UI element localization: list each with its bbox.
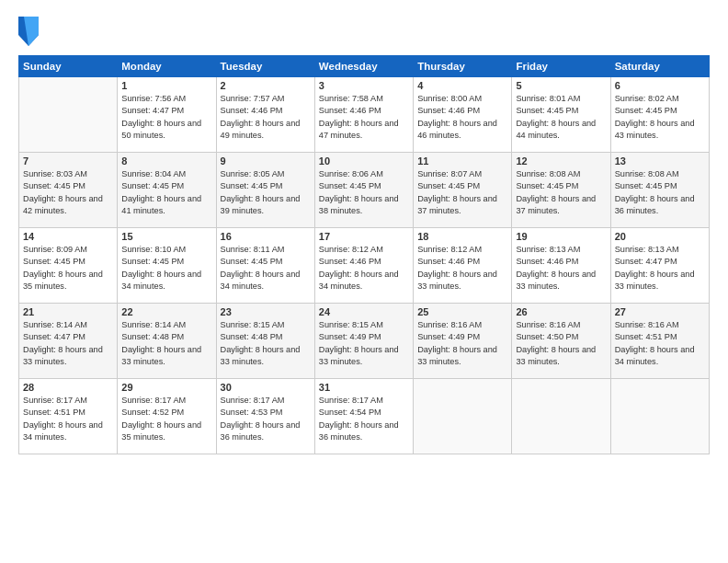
sunrise-text: Sunrise: 8:07 AM <box>417 168 507 180</box>
day-info: Sunrise: 7:57 AMSunset: 4:46 PMDaylight:… <box>221 93 311 142</box>
daylight-text: Daylight: 8 hours and 43 minutes. <box>615 118 705 143</box>
calendar-cell: 6Sunrise: 8:02 AMSunset: 4:45 PMDaylight… <box>610 77 709 153</box>
sunrise-text: Sunrise: 8:02 AM <box>615 93 705 105</box>
day-number: 4 <box>417 80 507 91</box>
sunset-text: Sunset: 4:45 PM <box>417 180 507 192</box>
weekday-header-sunday: Sunday <box>19 56 118 77</box>
daylight-text: Daylight: 8 hours and 44 minutes. <box>516 118 606 143</box>
sunset-text: Sunset: 4:49 PM <box>417 331 507 343</box>
calendar-cell: 23Sunrise: 8:15 AMSunset: 4:48 PMDayligh… <box>216 304 314 379</box>
sunset-text: Sunset: 4:52 PM <box>121 407 211 419</box>
daylight-text: Daylight: 8 hours and 37 minutes. <box>417 193 507 218</box>
calendar-cell: 26Sunrise: 8:16 AMSunset: 4:50 PMDayligh… <box>512 304 610 379</box>
day-number: 17 <box>319 231 409 242</box>
sunset-text: Sunset: 4:45 PM <box>516 105 606 117</box>
calendar-cell <box>414 379 512 454</box>
daylight-text: Daylight: 8 hours and 36 minutes. <box>319 419 409 444</box>
day-info: Sunrise: 8:14 AMSunset: 4:47 PMDaylight:… <box>23 319 113 368</box>
sunset-text: Sunset: 4:51 PM <box>23 407 113 419</box>
sunset-text: Sunset: 4:48 PM <box>221 331 311 343</box>
daylight-text: Daylight: 8 hours and 42 minutes. <box>23 193 113 218</box>
sunset-text: Sunset: 4:51 PM <box>615 331 705 343</box>
calendar-cell: 8Sunrise: 8:04 AMSunset: 4:45 PMDaylight… <box>118 153 216 228</box>
sunset-text: Sunset: 4:49 PM <box>319 331 409 343</box>
calendar-cell: 11Sunrise: 8:07 AMSunset: 4:45 PMDayligh… <box>414 153 512 228</box>
daylight-text: Daylight: 8 hours and 38 minutes. <box>319 193 409 218</box>
day-number: 6 <box>615 80 705 91</box>
day-number: 28 <box>23 382 113 393</box>
day-info: Sunrise: 8:16 AMSunset: 4:51 PMDaylight:… <box>615 319 705 368</box>
sunset-text: Sunset: 4:46 PM <box>319 105 409 117</box>
sunrise-text: Sunrise: 8:00 AM <box>417 93 507 105</box>
day-info: Sunrise: 8:16 AMSunset: 4:49 PMDaylight:… <box>417 319 507 368</box>
calendar-cell: 27Sunrise: 8:16 AMSunset: 4:51 PMDayligh… <box>610 304 709 379</box>
day-info: Sunrise: 8:05 AMSunset: 4:45 PMDaylight:… <box>221 168 311 217</box>
calendar-cell: 30Sunrise: 8:17 AMSunset: 4:53 PMDayligh… <box>216 379 314 454</box>
sunrise-text: Sunrise: 8:12 AM <box>417 244 507 256</box>
day-info: Sunrise: 7:58 AMSunset: 4:46 PMDaylight:… <box>319 93 409 142</box>
sunrise-text: Sunrise: 8:08 AM <box>615 168 705 180</box>
calendar-cell: 7Sunrise: 8:03 AMSunset: 4:45 PMDaylight… <box>19 153 118 228</box>
sunrise-text: Sunrise: 8:14 AM <box>121 319 211 331</box>
daylight-text: Daylight: 8 hours and 33 minutes. <box>319 344 409 369</box>
daylight-text: Daylight: 8 hours and 33 minutes. <box>417 269 507 293</box>
day-number: 13 <box>615 155 705 167</box>
daylight-text: Daylight: 8 hours and 33 minutes. <box>121 344 211 369</box>
sunrise-text: Sunrise: 8:12 AM <box>319 244 409 256</box>
calendar-cell: 10Sunrise: 8:06 AMSunset: 4:45 PMDayligh… <box>314 153 413 228</box>
sunrise-text: Sunrise: 8:16 AM <box>417 319 507 331</box>
sunset-text: Sunset: 4:46 PM <box>221 105 311 117</box>
sunset-text: Sunset: 4:50 PM <box>516 331 606 343</box>
calendar-cell: 19Sunrise: 8:13 AMSunset: 4:46 PMDayligh… <box>512 228 610 304</box>
sunset-text: Sunset: 4:54 PM <box>319 407 409 419</box>
sunrise-text: Sunrise: 8:13 AM <box>615 244 705 256</box>
daylight-text: Daylight: 8 hours and 34 minutes. <box>615 344 705 369</box>
day-number: 5 <box>516 80 606 91</box>
day-number: 18 <box>417 231 507 242</box>
day-number: 14 <box>23 231 113 242</box>
daylight-text: Daylight: 8 hours and 36 minutes. <box>221 419 311 444</box>
sunrise-text: Sunrise: 8:03 AM <box>23 168 113 180</box>
day-info: Sunrise: 8:13 AMSunset: 4:46 PMDaylight:… <box>516 244 606 293</box>
day-number: 22 <box>121 306 211 317</box>
daylight-text: Daylight: 8 hours and 50 minutes. <box>121 118 211 143</box>
sunset-text: Sunset: 4:46 PM <box>319 256 409 268</box>
sunrise-text: Sunrise: 8:17 AM <box>319 395 409 407</box>
sunset-text: Sunset: 4:47 PM <box>615 256 705 268</box>
calendar-cell <box>19 77 118 153</box>
sunrise-text: Sunrise: 8:06 AM <box>319 168 409 180</box>
calendar-cell: 18Sunrise: 8:12 AMSunset: 4:46 PMDayligh… <box>414 228 512 304</box>
calendar-cell: 28Sunrise: 8:17 AMSunset: 4:51 PMDayligh… <box>19 379 118 454</box>
daylight-text: Daylight: 8 hours and 34 minutes. <box>221 269 311 293</box>
calendar-cell: 16Sunrise: 8:11 AMSunset: 4:45 PMDayligh… <box>216 228 314 304</box>
sunrise-text: Sunrise: 8:15 AM <box>319 319 409 331</box>
daylight-text: Daylight: 8 hours and 35 minutes. <box>121 419 211 444</box>
day-info: Sunrise: 8:17 AMSunset: 4:51 PMDaylight:… <box>23 395 113 443</box>
day-number: 8 <box>121 155 211 167</box>
sunset-text: Sunset: 4:45 PM <box>23 180 113 192</box>
day-info: Sunrise: 8:10 AMSunset: 4:45 PMDaylight:… <box>121 244 211 293</box>
sunrise-text: Sunrise: 8:17 AM <box>221 395 311 407</box>
weekday-header-tuesday: Tuesday <box>216 56 314 77</box>
sunset-text: Sunset: 4:46 PM <box>516 256 606 268</box>
day-info: Sunrise: 8:04 AMSunset: 4:45 PMDaylight:… <box>121 168 211 217</box>
daylight-text: Daylight: 8 hours and 49 minutes. <box>221 118 311 143</box>
day-number: 7 <box>23 155 113 167</box>
calendar-cell <box>512 379 610 454</box>
day-number: 11 <box>417 155 507 167</box>
sunrise-text: Sunrise: 8:01 AM <box>516 93 606 105</box>
day-number: 12 <box>516 155 606 167</box>
day-info: Sunrise: 8:17 AMSunset: 4:53 PMDaylight:… <box>221 395 311 443</box>
daylight-text: Daylight: 8 hours and 33 minutes. <box>615 269 705 293</box>
day-info: Sunrise: 8:17 AMSunset: 4:52 PMDaylight:… <box>121 395 211 443</box>
sunrise-text: Sunrise: 7:57 AM <box>221 93 311 105</box>
sunrise-text: Sunrise: 8:04 AM <box>121 168 211 180</box>
sunset-text: Sunset: 4:45 PM <box>121 256 211 268</box>
weekday-header-friday: Friday <box>512 56 610 77</box>
weekday-header-monday: Monday <box>118 56 216 77</box>
daylight-text: Daylight: 8 hours and 33 minutes. <box>417 344 507 369</box>
day-info: Sunrise: 8:08 AMSunset: 4:45 PMDaylight:… <box>615 168 705 217</box>
calendar-cell: 5Sunrise: 8:01 AMSunset: 4:45 PMDaylight… <box>512 77 610 153</box>
calendar-cell: 1Sunrise: 7:56 AMSunset: 4:47 PMDaylight… <box>118 77 216 153</box>
sunrise-text: Sunrise: 8:13 AM <box>516 244 606 256</box>
